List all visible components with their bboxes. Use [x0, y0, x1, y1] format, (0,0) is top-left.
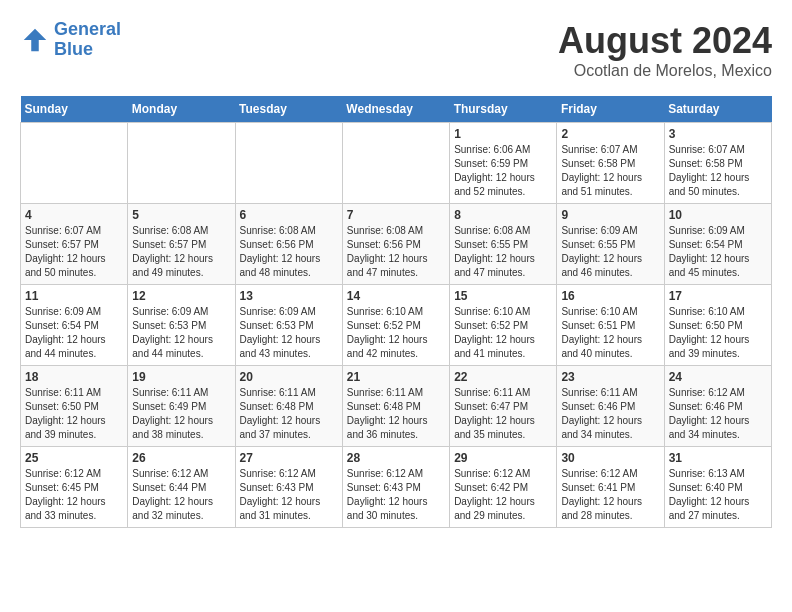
day-number: 10 — [669, 208, 767, 222]
day-info: Sunrise: 6:10 AM Sunset: 6:50 PM Dayligh… — [669, 305, 767, 361]
day-cell: 7Sunrise: 6:08 AM Sunset: 6:56 PM Daylig… — [342, 204, 449, 285]
week-row-2: 11Sunrise: 6:09 AM Sunset: 6:54 PM Dayli… — [21, 285, 772, 366]
day-number: 9 — [561, 208, 659, 222]
day-info: Sunrise: 6:07 AM Sunset: 6:58 PM Dayligh… — [561, 143, 659, 199]
calendar-table: SundayMondayTuesdayWednesdayThursdayFrid… — [20, 96, 772, 528]
day-number: 17 — [669, 289, 767, 303]
week-row-4: 25Sunrise: 6:12 AM Sunset: 6:45 PM Dayli… — [21, 447, 772, 528]
header-row: SundayMondayTuesdayWednesdayThursdayFrid… — [21, 96, 772, 123]
day-cell: 23Sunrise: 6:11 AM Sunset: 6:46 PM Dayli… — [557, 366, 664, 447]
week-row-1: 4Sunrise: 6:07 AM Sunset: 6:57 PM Daylig… — [21, 204, 772, 285]
day-cell: 24Sunrise: 6:12 AM Sunset: 6:46 PM Dayli… — [664, 366, 771, 447]
day-cell: 25Sunrise: 6:12 AM Sunset: 6:45 PM Dayli… — [21, 447, 128, 528]
day-info: Sunrise: 6:09 AM Sunset: 6:55 PM Dayligh… — [561, 224, 659, 280]
day-info: Sunrise: 6:09 AM Sunset: 6:54 PM Dayligh… — [669, 224, 767, 280]
day-cell: 10Sunrise: 6:09 AM Sunset: 6:54 PM Dayli… — [664, 204, 771, 285]
day-number: 20 — [240, 370, 338, 384]
logo-line2: Blue — [54, 39, 93, 59]
day-number: 4 — [25, 208, 123, 222]
sub-title: Ocotlan de Morelos, Mexico — [558, 62, 772, 80]
day-number: 12 — [132, 289, 230, 303]
day-cell: 1Sunrise: 6:06 AM Sunset: 6:59 PM Daylig… — [450, 123, 557, 204]
day-cell: 5Sunrise: 6:08 AM Sunset: 6:57 PM Daylig… — [128, 204, 235, 285]
day-cell: 6Sunrise: 6:08 AM Sunset: 6:56 PM Daylig… — [235, 204, 342, 285]
day-number: 16 — [561, 289, 659, 303]
day-info: Sunrise: 6:12 AM Sunset: 6:42 PM Dayligh… — [454, 467, 552, 523]
day-cell: 13Sunrise: 6:09 AM Sunset: 6:53 PM Dayli… — [235, 285, 342, 366]
day-number: 24 — [669, 370, 767, 384]
day-info: Sunrise: 6:09 AM Sunset: 6:53 PM Dayligh… — [240, 305, 338, 361]
day-number: 1 — [454, 127, 552, 141]
day-cell: 8Sunrise: 6:08 AM Sunset: 6:55 PM Daylig… — [450, 204, 557, 285]
day-cell: 30Sunrise: 6:12 AM Sunset: 6:41 PM Dayli… — [557, 447, 664, 528]
day-number: 5 — [132, 208, 230, 222]
day-cell: 14Sunrise: 6:10 AM Sunset: 6:52 PM Dayli… — [342, 285, 449, 366]
day-info: Sunrise: 6:10 AM Sunset: 6:52 PM Dayligh… — [347, 305, 445, 361]
day-number: 11 — [25, 289, 123, 303]
day-info: Sunrise: 6:11 AM Sunset: 6:47 PM Dayligh… — [454, 386, 552, 442]
day-cell: 11Sunrise: 6:09 AM Sunset: 6:54 PM Dayli… — [21, 285, 128, 366]
day-number: 31 — [669, 451, 767, 465]
day-info: Sunrise: 6:08 AM Sunset: 6:57 PM Dayligh… — [132, 224, 230, 280]
week-row-3: 18Sunrise: 6:11 AM Sunset: 6:50 PM Dayli… — [21, 366, 772, 447]
day-cell: 12Sunrise: 6:09 AM Sunset: 6:53 PM Dayli… — [128, 285, 235, 366]
day-number: 21 — [347, 370, 445, 384]
day-number: 2 — [561, 127, 659, 141]
day-cell: 2Sunrise: 6:07 AM Sunset: 6:58 PM Daylig… — [557, 123, 664, 204]
day-cell: 21Sunrise: 6:11 AM Sunset: 6:48 PM Dayli… — [342, 366, 449, 447]
main-title: August 2024 — [558, 20, 772, 62]
header-cell-monday: Monday — [128, 96, 235, 123]
day-cell: 19Sunrise: 6:11 AM Sunset: 6:49 PM Dayli… — [128, 366, 235, 447]
day-info: Sunrise: 6:08 AM Sunset: 6:56 PM Dayligh… — [240, 224, 338, 280]
day-cell: 27Sunrise: 6:12 AM Sunset: 6:43 PM Dayli… — [235, 447, 342, 528]
day-info: Sunrise: 6:12 AM Sunset: 6:43 PM Dayligh… — [240, 467, 338, 523]
day-number: 28 — [347, 451, 445, 465]
day-info: Sunrise: 6:10 AM Sunset: 6:52 PM Dayligh… — [454, 305, 552, 361]
day-info: Sunrise: 6:11 AM Sunset: 6:48 PM Dayligh… — [347, 386, 445, 442]
day-info: Sunrise: 6:12 AM Sunset: 6:43 PM Dayligh… — [347, 467, 445, 523]
day-cell: 26Sunrise: 6:12 AM Sunset: 6:44 PM Dayli… — [128, 447, 235, 528]
day-number: 25 — [25, 451, 123, 465]
day-cell: 4Sunrise: 6:07 AM Sunset: 6:57 PM Daylig… — [21, 204, 128, 285]
day-info: Sunrise: 6:11 AM Sunset: 6:50 PM Dayligh… — [25, 386, 123, 442]
day-info: Sunrise: 6:11 AM Sunset: 6:48 PM Dayligh… — [240, 386, 338, 442]
logo-icon — [20, 25, 50, 55]
day-cell — [128, 123, 235, 204]
day-number: 7 — [347, 208, 445, 222]
day-number: 14 — [347, 289, 445, 303]
day-number: 23 — [561, 370, 659, 384]
day-number: 8 — [454, 208, 552, 222]
day-info: Sunrise: 6:12 AM Sunset: 6:45 PM Dayligh… — [25, 467, 123, 523]
day-info: Sunrise: 6:07 AM Sunset: 6:58 PM Dayligh… — [669, 143, 767, 199]
day-number: 19 — [132, 370, 230, 384]
day-cell — [235, 123, 342, 204]
header-cell-friday: Friday — [557, 96, 664, 123]
day-cell: 31Sunrise: 6:13 AM Sunset: 6:40 PM Dayli… — [664, 447, 771, 528]
day-info: Sunrise: 6:12 AM Sunset: 6:41 PM Dayligh… — [561, 467, 659, 523]
header-cell-sunday: Sunday — [21, 96, 128, 123]
day-number: 22 — [454, 370, 552, 384]
day-info: Sunrise: 6:06 AM Sunset: 6:59 PM Dayligh… — [454, 143, 552, 199]
title-block: August 2024 Ocotlan de Morelos, Mexico — [558, 20, 772, 80]
header-cell-wednesday: Wednesday — [342, 96, 449, 123]
day-info: Sunrise: 6:12 AM Sunset: 6:44 PM Dayligh… — [132, 467, 230, 523]
svg-marker-0 — [24, 29, 47, 52]
day-number: 27 — [240, 451, 338, 465]
day-cell: 15Sunrise: 6:10 AM Sunset: 6:52 PM Dayli… — [450, 285, 557, 366]
day-info: Sunrise: 6:09 AM Sunset: 6:53 PM Dayligh… — [132, 305, 230, 361]
day-info: Sunrise: 6:13 AM Sunset: 6:40 PM Dayligh… — [669, 467, 767, 523]
day-number: 30 — [561, 451, 659, 465]
day-info: Sunrise: 6:09 AM Sunset: 6:54 PM Dayligh… — [25, 305, 123, 361]
header-cell-saturday: Saturday — [664, 96, 771, 123]
day-number: 3 — [669, 127, 767, 141]
logo-text: General Blue — [54, 20, 121, 60]
header-cell-thursday: Thursday — [450, 96, 557, 123]
day-cell: 3Sunrise: 6:07 AM Sunset: 6:58 PM Daylig… — [664, 123, 771, 204]
day-cell — [342, 123, 449, 204]
day-number: 18 — [25, 370, 123, 384]
day-cell: 20Sunrise: 6:11 AM Sunset: 6:48 PM Dayli… — [235, 366, 342, 447]
calendar-body: 1Sunrise: 6:06 AM Sunset: 6:59 PM Daylig… — [21, 123, 772, 528]
day-number: 29 — [454, 451, 552, 465]
day-cell: 16Sunrise: 6:10 AM Sunset: 6:51 PM Dayli… — [557, 285, 664, 366]
day-info: Sunrise: 6:10 AM Sunset: 6:51 PM Dayligh… — [561, 305, 659, 361]
